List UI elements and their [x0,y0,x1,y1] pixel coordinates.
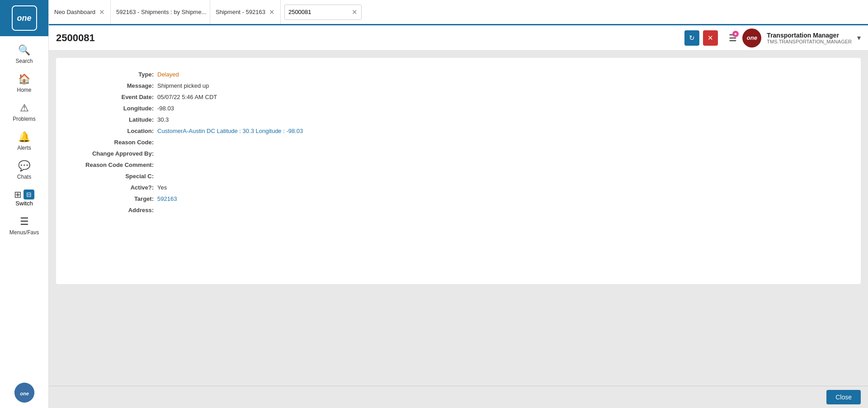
tab-shipment-592163[interactable]: Shipment - 592163 ✕ [210,0,281,24]
tab-label: Neo Dashboard [54,9,95,15]
label-special-c: Special C: [67,171,157,182]
detail-row-special-c: Special C: [67,171,850,182]
close-button[interactable]: Close [826,390,861,404]
user-role: TMS.TRANSPORTATION_MANAGER [767,39,852,44]
sidebar-item-label: Problems [13,116,36,122]
logo-box: one [12,5,37,31]
detail-row-event-date: Event Date: 05/07/22 5:46 AM CDT [67,91,850,103]
sidebar-item-chats[interactable]: 💬 Chats [0,156,48,185]
label-latitude: Latitude: [67,114,157,125]
value-latitude: 30.3 [157,114,850,125]
value-location[interactable]: CustomerA-Austin DC Latitude : 30.3 Long… [157,125,850,137]
sidebar-item-label: Alerts [17,145,31,151]
sidebar-item-label: Menus/Favs [9,229,39,236]
label-reason-comment: Reason Code Comment: [67,159,157,171]
sidebar: one 🔍 Search 🏠 Home ⚠ Problems 🔔 Alerts … [0,0,49,408]
detail-row-location: Location: CustomerA-Austin DC Latitude :… [67,125,850,137]
label-type: Type: [67,69,157,80]
sidebar-item-label: Chats [17,174,31,180]
detail-row-address: Address: [67,204,850,216]
user-name: Transportation Manager [767,32,852,39]
user-info: Transportation Manager TMS.TRANSPORTATIO… [767,32,852,44]
label-active: Active?: [67,182,157,193]
warning-icon: ⚠ [20,102,29,114]
value-longitude: -98.03 [157,103,850,114]
value-target[interactable]: 592163 [157,193,850,204]
value-active: Yes [157,182,850,193]
value-change-approved [157,148,850,159]
detail-row-type: Type: Delayed [67,69,850,80]
detail-row-reason-comment: Reason Code Comment: [67,159,850,171]
sidebar-item-switch[interactable]: ⊞ ⊟ Switch [0,185,48,211]
sidebar-item-label: Search [15,58,33,64]
tab-neo-dashboard[interactable]: Neo Dashboard ✕ [49,0,111,24]
sidebar-item-alerts[interactable]: 🔔 Alerts [0,127,48,156]
menu-button[interactable]: ☰ ★ [729,33,737,43]
menu-icon: ☰ [20,216,29,228]
svg-text:one: one [20,391,29,396]
value-event-date: 05/07/22 5:46 AM CDT [157,91,850,103]
detail-row-target: Target: 592163 [67,193,850,204]
value-message: Shipment picked up [157,80,850,91]
sidebar-item-search[interactable]: 🔍 Search [0,40,48,69]
content-area: Type: Delayed Message: Shipment picked u… [49,51,868,386]
header-right: ☰ ★ one Transportation Manager TMS.TRANS… [729,28,861,47]
user-avatar-text: one [747,34,757,41]
user-dropdown-arrow[interactable]: ▾ [857,33,861,42]
active-tab-input-container: ✕ [284,5,362,20]
label-longitude: Longitude: [67,103,157,114]
label-change-approved: Change Approved By: [67,148,157,159]
detail-row-message: Message: Shipment picked up [67,80,850,91]
tab-shipments-by-shipment[interactable]: 592163 - Shipments : by Shipme... ✕ [111,0,210,24]
value-address [157,204,850,216]
detail-row-reason-code: Reason Code: [67,137,850,148]
close-x-button[interactable]: ✕ [703,30,718,46]
user-avatar-sidebar[interactable]: one [14,383,34,403]
tab-label: 592163 - Shipments : by Shipme... [116,9,206,15]
tab-label: Shipment - 592163 [216,9,265,15]
value-type: Delayed [157,69,850,80]
header-actions: ↻ ✕ [684,30,718,46]
detail-row-longitude: Longitude: -98.03 [67,103,850,114]
sidebar-item-home[interactable]: 🏠 Home [0,69,48,98]
label-event-date: Event Date: [67,91,157,103]
value-reason-comment [157,159,850,171]
chat-icon: 💬 [18,160,30,172]
sidebar-item-menusfavs[interactable]: ☰ Menus/Favs [0,211,48,240]
logo-text: one [17,14,31,23]
home-icon: 🏠 [18,73,30,85]
app-logo[interactable]: one [0,0,48,36]
switch-icons: ⊞ ⊟ [14,189,34,200]
detail-row-change-approved: Change Approved By: [67,148,850,159]
tab-close-neo-dashboard[interactable]: ✕ [99,8,105,16]
switch-icon-blue: ⊟ [24,190,34,199]
label-reason-code: Reason Code: [67,137,157,148]
refresh-button[interactable]: ↻ [684,30,699,46]
tab-bar: Neo Dashboard ✕ 592163 - Shipments : by … [49,0,868,25]
label-location: Location: [67,125,157,137]
search-icon: 🔍 [18,44,30,56]
active-tab-close-icon[interactable]: ✕ [352,8,358,16]
detail-card: Type: Delayed Message: Shipment picked u… [56,58,861,284]
value-special-c [157,171,850,182]
user-avatar-circle: one [742,28,761,47]
label-address: Address: [67,204,157,216]
label-message: Message: [67,80,157,91]
active-tab-input[interactable] [288,9,352,15]
sidebar-item-problems[interactable]: ⚠ Problems [0,98,48,127]
main-content: Neo Dashboard ✕ 592163 - Shipments : by … [49,0,868,408]
switch-icon-left: ⊞ [14,189,22,200]
footer-bar: Close [49,386,868,408]
sidebar-bottom: one [14,383,34,408]
header-bar: 2500081 ↻ ✕ ☰ ★ one Transportation Manag… [49,25,868,51]
star-badge: ★ [732,31,739,37]
detail-row-active: Active?: Yes [67,182,850,193]
label-target: Target: [67,193,157,204]
sidebar-item-label: Switch [15,200,33,207]
page-title: 2500081 [56,32,684,44]
bell-icon: 🔔 [18,131,30,143]
value-reason-code [157,137,850,148]
sidebar-item-label: Home [17,87,31,93]
detail-row-latitude: Latitude: 30.3 [67,114,850,125]
tab-close-shipment[interactable]: ✕ [269,8,275,16]
